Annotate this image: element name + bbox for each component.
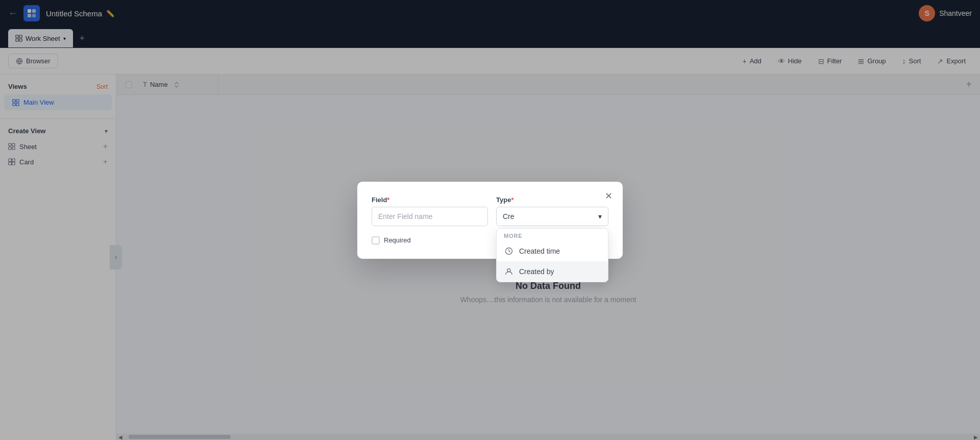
field-type-section: Type* Cre ▾ MORE: [496, 196, 608, 226]
type-select[interactable]: Cre ▾: [496, 207, 608, 226]
field-label: Field*: [372, 196, 488, 204]
required-label: Required: [384, 236, 411, 244]
modal-overlay: ✕ Field* Type* Cre ▾ MORE: [0, 0, 980, 440]
modal-fields-row: Field* Type* Cre ▾ MORE: [372, 196, 608, 226]
svg-point-28: [507, 268, 510, 272]
dropdown-item-created-by[interactable]: Created by: [497, 261, 608, 282]
clock-icon: [504, 246, 514, 256]
created-by-label: Created by: [519, 267, 554, 276]
field-name-input[interactable]: [372, 207, 488, 226]
type-value: Cre: [503, 212, 514, 221]
dropdown-section-more: MORE: [497, 229, 608, 241]
chevron-down-icon: ▾: [598, 212, 602, 221]
created-time-label: Created time: [519, 247, 560, 255]
required-checkbox[interactable]: [372, 236, 380, 245]
field-name-section: Field*: [372, 196, 488, 226]
type-label: Type*: [496, 196, 608, 204]
person-icon: [504, 266, 514, 277]
add-field-modal: ✕ Field* Type* Cre ▾ MORE: [357, 182, 623, 259]
dropdown-item-created-time[interactable]: Created time: [497, 241, 608, 261]
type-dropdown: MORE Created time: [496, 228, 608, 282]
